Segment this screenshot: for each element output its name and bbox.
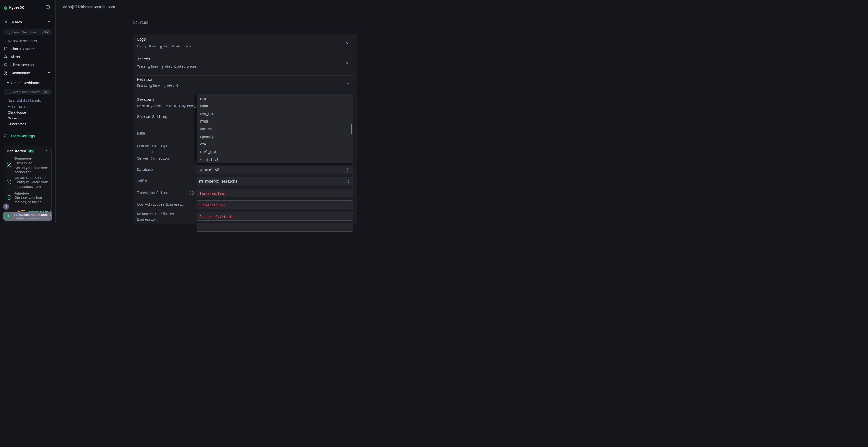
- svg-text:?: ?: [191, 192, 192, 194]
